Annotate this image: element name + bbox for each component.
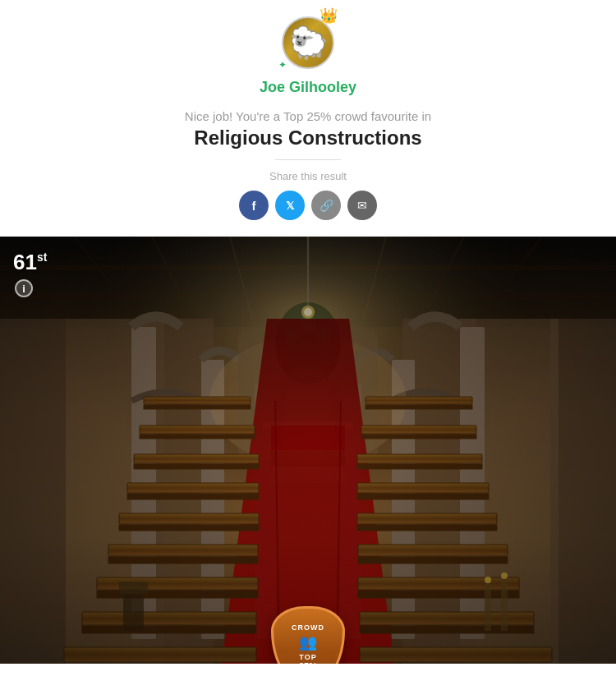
avatar-container: 🐑 👑 ✦ bbox=[282, 16, 334, 69]
rank-suffix: st bbox=[37, 251, 47, 264]
svg-rect-82 bbox=[0, 237, 616, 664]
info-badge[interactable]: i bbox=[15, 279, 33, 297]
church-interior-svg bbox=[0, 237, 616, 664]
subtitle-text: Nice job! You're a Top 25% crowd favouri… bbox=[16, 109, 600, 123]
crowd-badge-shield: CROWD 👥 TOP 25% bbox=[271, 606, 345, 664]
church-image-section: 61st i CROWD 👥 TOP 25% bbox=[0, 237, 616, 664]
divider bbox=[275, 159, 341, 160]
crowd-people-icon: 👥 bbox=[299, 633, 317, 651]
share-label: Share this result bbox=[16, 170, 600, 182]
facebook-share-button[interactable]: f bbox=[239, 191, 269, 220]
rank-number: 61 bbox=[13, 250, 37, 274]
user-name: Joe Gilhooley bbox=[16, 79, 600, 96]
social-buttons: f 𝕏 🔗 ✉ bbox=[16, 191, 600, 220]
facebook-icon: f bbox=[252, 199, 256, 213]
category-title: Religious Constructions bbox=[16, 126, 600, 149]
result-section: Top 25% bbox=[0, 664, 616, 699]
link-icon: 🔗 bbox=[319, 199, 333, 212]
crowd-label: CROWD bbox=[292, 623, 324, 632]
avatar-emoji: 🐑 bbox=[289, 25, 328, 61]
email-share-button[interactable]: ✉ bbox=[347, 191, 377, 220]
twitter-icon: 𝕏 bbox=[286, 200, 294, 212]
rank-badge: 61st bbox=[13, 250, 47, 275]
crowd-top-label: TOP bbox=[299, 653, 316, 661]
header-section: 🐑 👑 ✦ Joe Gilhooley Nice job! You're a T… bbox=[0, 0, 616, 237]
crowd-percent-label: 25% bbox=[299, 661, 317, 664]
star-icon: ✦ bbox=[278, 59, 287, 71]
info-icon: i bbox=[22, 283, 25, 295]
email-icon: ✉ bbox=[357, 199, 367, 212]
twitter-share-button[interactable]: 𝕏 bbox=[275, 191, 305, 220]
link-share-button[interactable]: 🔗 bbox=[311, 191, 341, 220]
crown-icon: 👑 bbox=[319, 7, 338, 25]
crowd-badge-container: CROWD 👥 TOP 25% bbox=[271, 606, 345, 664]
